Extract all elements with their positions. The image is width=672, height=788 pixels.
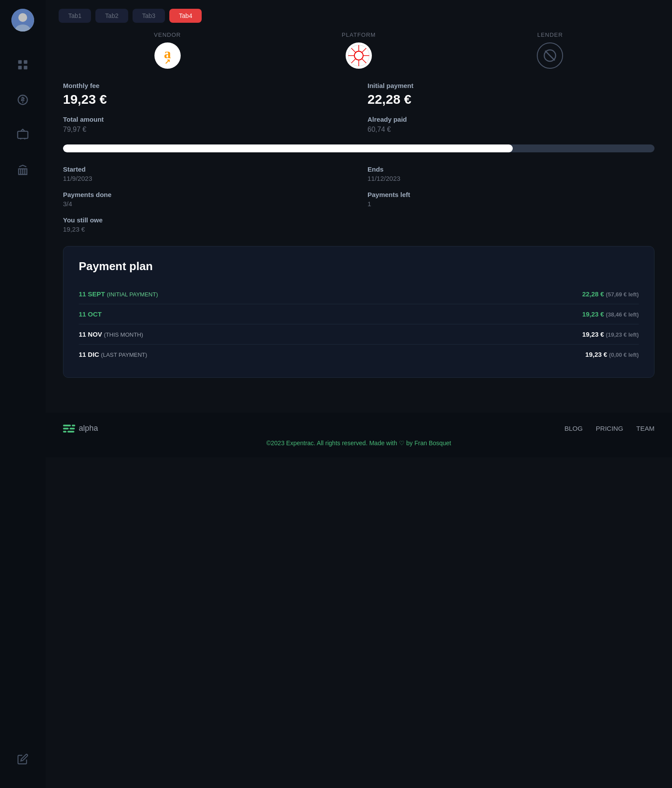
payments-left-label: Payments left (368, 191, 654, 198)
payment-amount-sept: 22,28 € (57,69 € left) (582, 290, 639, 298)
payments-done-label: Payments done (63, 191, 350, 198)
owe-label: You still owe (63, 216, 654, 224)
svg-point-1 (18, 13, 27, 22)
svg-line-20 (545, 51, 555, 60)
started-label: Started (63, 165, 350, 173)
platform-label: PLATFORM (342, 32, 376, 38)
logo-bar-6 (67, 431, 74, 433)
monthly-fee-label: Monthly fee (63, 82, 350, 89)
svg-rect-4 (24, 60, 27, 64)
payment-row-oct: 11 OCT 19,23 € (38,46 € left) (79, 304, 639, 324)
payment-row-sept: 11 SEPT (INITIAL PAYMENT) 22,28 € (57,69… (79, 284, 639, 304)
payments-left-block: Payments left 1 (368, 191, 654, 208)
logo-line-1 (63, 425, 75, 426)
svg-rect-5 (18, 66, 22, 69)
owe-section: You still owe 19,23 € (63, 216, 654, 233)
sidebar-item-dashboard[interactable] (11, 53, 34, 76)
main-content: Tab1 Tab2 Tab3 Tab4 VENDOR a ↗ PLATFORM (46, 0, 672, 788)
payment-date-sept: 11 SEPT (INITIAL PAYMENT) (79, 290, 158, 298)
svg-rect-3 (18, 60, 22, 64)
footer-link-blog[interactable]: BLOG (564, 425, 583, 432)
payment-tag-dic: (LAST PAYMENT) (101, 352, 147, 358)
logo-line-3 (63, 431, 75, 433)
payment-row-dic: 11 DIC (LAST PAYMENT) 19,23 € (0,00 € le… (79, 344, 639, 364)
sidebar-item-finance[interactable] (11, 88, 34, 111)
already-paid-label: Already paid (368, 116, 654, 123)
footer-author: Fran Bosquet (414, 440, 451, 447)
payment-left-dic: (0,00 € left) (609, 352, 639, 358)
sidebar-item-media[interactable] (11, 123, 34, 146)
payment-tag-nov: (THIS MONTH) (104, 331, 144, 338)
payment-plan-card: Payment plan 11 SEPT (INITIAL PAYMENT) 2… (63, 246, 654, 378)
vpl-row: VENDOR a ↗ PLATFORM (63, 32, 654, 69)
tab-2[interactable]: Tab2 (95, 9, 128, 23)
monthly-fee-value: 19,23 € (63, 92, 350, 107)
footer-logo-text: alpha (79, 424, 98, 433)
vendor-label: VENDOR (154, 32, 181, 38)
monthly-fee-block: Monthly fee 19,23 € (63, 82, 350, 107)
vendor-col: VENDOR a ↗ (72, 32, 263, 69)
payments-done-block: Payments done 3/4 (63, 191, 350, 208)
payment-amount-dic: 19,23 € (0,00 € left) (585, 351, 639, 358)
payment-left-nov: (19,23 € left) (606, 331, 639, 338)
footer-copyright: ©2023 Expentrac. All rights reserved. Ma… (63, 440, 654, 447)
payment-amount-nov: 19,23 € (19,23 € left) (582, 331, 639, 338)
progress-bar-container (63, 144, 654, 152)
tabs-bar: Tab1 Tab2 Tab3 Tab4 (46, 0, 672, 23)
already-paid-block: Already paid 60,74 € (368, 116, 654, 134)
logo-bar-5 (63, 431, 66, 433)
payment-date-oct: 11 OCT (79, 310, 102, 318)
started-block: Started 11/9/2023 (63, 165, 350, 182)
logo-bar-1 (63, 425, 71, 426)
details-grid: Started 11/9/2023 Ends 11/12/2023 Paymen… (63, 165, 654, 208)
footer-logo: alpha (63, 424, 98, 433)
total-amount-label: Total amount (63, 116, 350, 123)
payments-done-value: 3/4 (63, 200, 350, 208)
payment-date-dic: 11 DIC (LAST PAYMENT) (79, 351, 147, 358)
svg-rect-8 (18, 131, 28, 138)
payments-left-value: 1 (368, 200, 654, 208)
total-amount-block: Total amount 79,97 € (63, 116, 350, 134)
sidebar (0, 0, 46, 788)
lender-logo (537, 42, 563, 69)
lender-label: LENDER (537, 32, 563, 38)
ends-value: 11/12/2023 (368, 175, 654, 182)
copyright-text: ©2023 Expentrac. All rights reserved. Ma… (266, 440, 413, 447)
initial-payment-block: Initial payment 22,28 € (368, 82, 654, 107)
tab-4[interactable]: Tab4 (169, 9, 202, 23)
initial-payment-value: 22,28 € (368, 92, 654, 107)
logo-icon (63, 425, 75, 433)
edit-button[interactable] (11, 748, 34, 770)
already-paid-value: 60,74 € (368, 126, 654, 134)
footer-links: BLOG PRICING TEAM (564, 425, 654, 432)
tab-1[interactable]: Tab1 (59, 9, 91, 23)
total-amount-value: 79,97 € (63, 126, 350, 134)
footer-link-pricing[interactable]: PRICING (596, 425, 623, 432)
sidebar-bottom (11, 748, 34, 779)
platform-logo (346, 42, 372, 69)
payment-row-nov: 11 NOV (THIS MONTH) 19,23 € (19,23 € lef… (79, 324, 639, 344)
logo-bar-3 (63, 428, 69, 429)
logo-bar-4 (70, 428, 75, 429)
sidebar-item-bank[interactable] (11, 158, 34, 181)
lender-col: LENDER (455, 32, 646, 69)
content-area: VENDOR a ↗ PLATFORM (46, 23, 672, 395)
footer: alpha BLOG PRICING TEAM ©2023 Expentrac.… (46, 413, 672, 457)
initial-payment-label: Initial payment (368, 82, 654, 89)
platform-col: PLATFORM (263, 32, 454, 69)
footer-link-team[interactable]: TEAM (636, 425, 654, 432)
avatar[interactable] (11, 9, 34, 32)
payment-plan-title: Payment plan (79, 260, 639, 273)
footer-top: alpha BLOG PRICING TEAM (63, 424, 654, 433)
started-value: 11/9/2023 (63, 175, 350, 182)
payment-date-nov: 11 NOV (THIS MONTH) (79, 331, 143, 338)
logo-bar-2 (72, 425, 75, 426)
ends-label: Ends (368, 165, 654, 173)
payment-amount-oct: 19,23 € (38,46 € left) (582, 310, 639, 318)
ends-block: Ends 11/12/2023 (368, 165, 654, 182)
fee-grid: Monthly fee 19,23 € Initial payment 22,2… (63, 82, 654, 134)
payment-tag-sept: (INITIAL PAYMENT) (107, 291, 158, 298)
payment-left-sept: (57,69 € left) (606, 291, 639, 298)
tab-3[interactable]: Tab3 (133, 9, 165, 23)
owe-value: 19,23 € (63, 225, 654, 233)
